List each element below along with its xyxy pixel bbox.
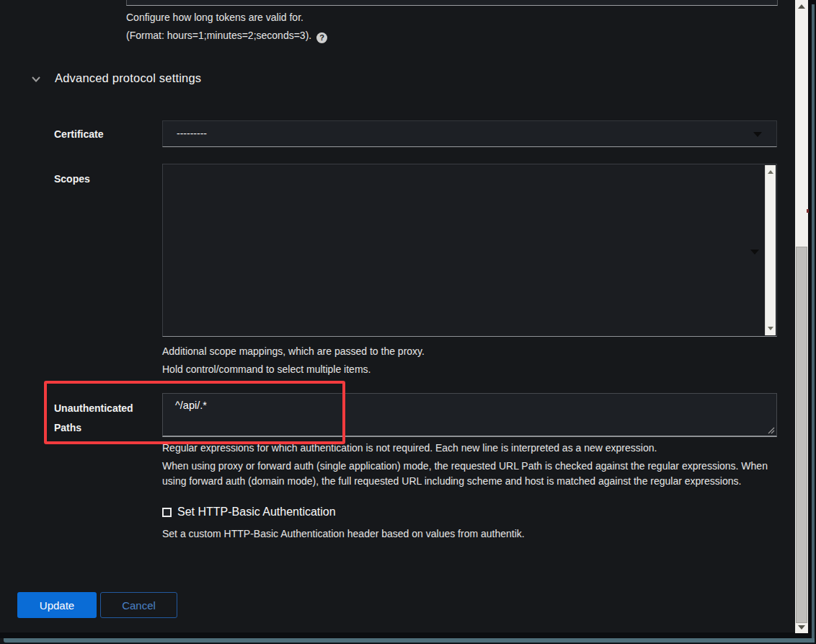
certificate-label: Certificate bbox=[54, 128, 103, 140]
chevron-down-icon[interactable] bbox=[31, 74, 41, 84]
token-validity-help-line2: (Format: hours=1;minutes=2;seconds=3).? bbox=[126, 28, 327, 43]
window-edge-bottom bbox=[0, 632, 816, 638]
scopes-label: Scopes bbox=[54, 173, 90, 185]
cancel-button[interactable]: Cancel bbox=[100, 592, 177, 618]
scopes-multiselect[interactable] bbox=[162, 164, 777, 337]
scopes-help-line1: Additional scope mappings, which are pas… bbox=[162, 344, 425, 358]
help-question-icon[interactable]: ? bbox=[316, 32, 327, 43]
scroll-down-icon[interactable] bbox=[768, 327, 773, 330]
basic-auth-help: Set a custom HTTP-Basic Authentication h… bbox=[162, 526, 525, 541]
scopes-scrollbar[interactable] bbox=[765, 165, 776, 335]
scroll-down-icon[interactable] bbox=[798, 625, 805, 630]
basic-auth-checkbox[interactable] bbox=[162, 508, 172, 517]
select-caret-icon bbox=[750, 250, 759, 255]
window-border-teal-right bbox=[812, 4, 815, 640]
token-validity-help-line1: Configure how long tokens are valid for. bbox=[126, 10, 303, 25]
update-button[interactable]: Update bbox=[17, 592, 97, 618]
unauthenticated-paths-label: Unauthenticated Paths bbox=[54, 399, 156, 438]
token-validity-format-text: (Format: hours=1;minutes=2;seconds=3). bbox=[126, 30, 311, 41]
unauthenticated-paths-help-line2: When using proxy or forward auth (single… bbox=[162, 459, 779, 488]
scroll-up-icon[interactable] bbox=[798, 4, 805, 9]
form-actions: Update Cancel bbox=[17, 592, 177, 618]
scroll-up-icon[interactable] bbox=[768, 170, 773, 174]
select-caret-icon bbox=[753, 132, 762, 137]
red-annotation-scrollbar-marker bbox=[807, 209, 809, 213]
certificate-select[interactable]: --------- bbox=[162, 120, 777, 147]
app-window: { "top_section": { "help_line1": "Config… bbox=[0, 0, 816, 644]
certificate-select-value: --------- bbox=[177, 128, 207, 139]
unauthenticated-paths-help-line1: Regular expressions for which authentica… bbox=[162, 441, 657, 455]
unauthenticated-paths-textarea[interactable]: ^/api/.* bbox=[162, 393, 777, 437]
page-scrollbar[interactable] bbox=[795, 0, 808, 633]
scopes-help-line2: Hold control/command to select multiple … bbox=[162, 362, 371, 376]
advanced-protocol-settings-header[interactable]: Advanced protocol settings bbox=[31, 71, 201, 85]
textarea-resize-handle[interactable] bbox=[766, 425, 775, 434]
basic-auth-row: Set HTTP-Basic Authentication bbox=[162, 506, 336, 519]
scrollbar-thumb[interactable] bbox=[796, 247, 807, 623]
section-title: Advanced protocol settings bbox=[55, 71, 201, 85]
token-validity-input-partial[interactable] bbox=[126, 0, 778, 6]
basic-auth-label: Set HTTP-Basic Authentication bbox=[177, 506, 336, 519]
